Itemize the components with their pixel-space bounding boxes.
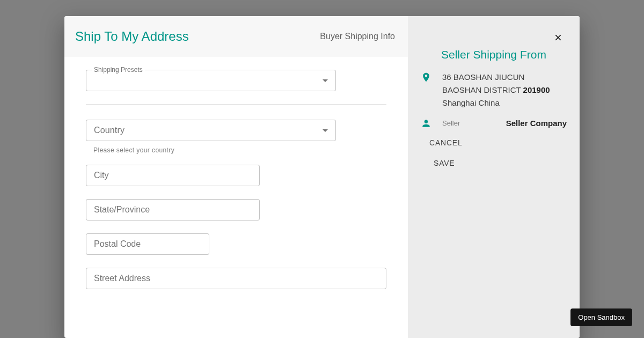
close-icon (553, 33, 563, 42)
city-input[interactable] (94, 171, 252, 180)
caret-down-icon (323, 129, 328, 132)
shipping-presets-select[interactable]: Shipping Presets (86, 70, 336, 91)
shipping-dialog: Ship To My Address Buyer Shipping Info S… (64, 16, 580, 338)
caret-down-icon (323, 79, 328, 82)
seller-address-text: 36 BAOSHAN JIUCUN BAOSHAN DISTRICT 20190… (442, 71, 567, 109)
address-line2: BAOSHAN DISTRICT (442, 85, 521, 94)
address-line1: 36 BAOSHAN JIUCUN (442, 72, 524, 82)
shipping-presets-label: Shipping Presets (92, 66, 145, 74)
country-label: Country (94, 126, 125, 135)
close-button[interactable] (552, 31, 565, 44)
dialog-title: Ship To My Address (75, 29, 189, 44)
street-field[interactable] (86, 268, 386, 289)
seller-panel: Seller Shipping From 36 BAOSHAN JIUCUN B… (408, 16, 580, 338)
postal-input[interactable] (94, 239, 201, 249)
postal-field[interactable] (86, 233, 209, 255)
state-input[interactable] (94, 205, 252, 215)
divider (86, 104, 386, 105)
country-select[interactable]: Country (86, 120, 336, 141)
open-sandbox-button[interactable]: Open Sandbox (570, 308, 632, 326)
save-button[interactable]: SAVE (429, 155, 580, 172)
address-city-country: Shanghai China (442, 98, 500, 107)
city-field[interactable] (86, 165, 260, 186)
street-input[interactable] (94, 274, 378, 283)
seller-panel-title: Seller Shipping From (408, 48, 580, 61)
seller-name: Seller Company (506, 119, 567, 128)
seller-label: Seller (442, 119, 460, 127)
action-buttons: CANCEL SAVE (408, 129, 580, 172)
country-helper: Please select your country (86, 143, 386, 154)
dialog-header: Ship To My Address Buyer Shipping Info (64, 16, 408, 57)
seller-address-block: 36 BAOSHAN JIUCUN BAOSHAN DISTRICT 20190… (408, 71, 580, 109)
person-icon (421, 117, 442, 129)
address-postal: 201900 (523, 85, 550, 94)
cancel-button[interactable]: CANCEL (425, 134, 467, 151)
state-field[interactable] (86, 199, 260, 221)
dialog-subtitle: Buyer Shipping Info (320, 32, 395, 41)
location-icon (421, 71, 442, 109)
buyer-panel: Ship To My Address Buyer Shipping Info S… (64, 16, 408, 338)
seller-row: Seller Seller Company (408, 117, 580, 129)
form-body: Shipping Presets Country Please select y… (64, 57, 408, 315)
